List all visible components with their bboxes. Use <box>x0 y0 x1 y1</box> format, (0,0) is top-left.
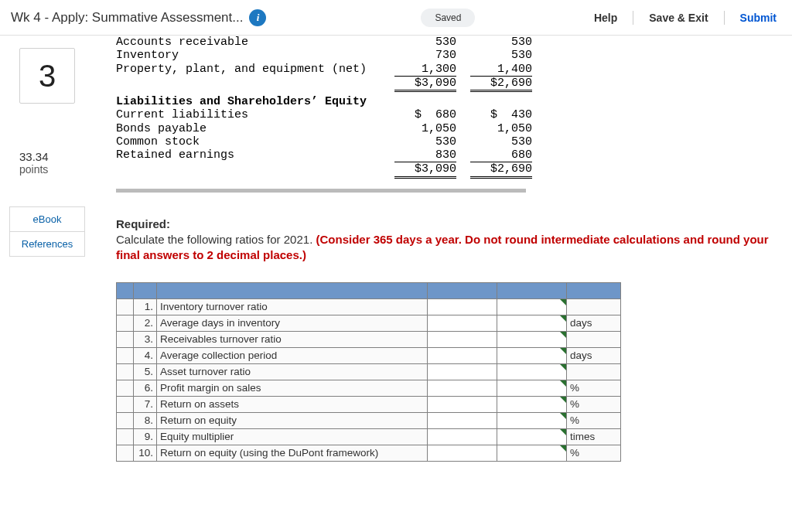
table-row: 5.Asset turnover ratio <box>117 363 621 380</box>
row-unit: days <box>567 315 621 331</box>
divider <box>633 11 633 25</box>
points-label: points <box>19 163 75 176</box>
value-input-2[interactable] <box>497 315 567 331</box>
main-content: Accounts receivable 530 530Inventory 730… <box>94 36 792 477</box>
table-header-row <box>117 282 621 298</box>
sidebar: 3 33.34 points eBook References <box>0 36 94 477</box>
row-number: 8. <box>134 412 157 428</box>
table-row: 2.Average days in inventorydays <box>117 315 621 331</box>
row-number: 1. <box>134 298 157 315</box>
input-flag-icon <box>560 299 566 305</box>
row-number: 7. <box>134 396 157 412</box>
value-input-2[interactable] <box>497 380 567 396</box>
value-input-1[interactable] <box>428 396 497 412</box>
info-icon[interactable]: i <box>249 9 266 26</box>
table-row: 7.Return on assets% <box>117 396 621 412</box>
row-number: 5. <box>134 363 157 380</box>
value-input-2[interactable] <box>497 363 567 380</box>
table-row: 9.Equity multipliertimes <box>117 428 621 445</box>
ebook-link[interactable]: eBook <box>9 206 85 232</box>
value-input-1[interactable] <box>428 380 497 396</box>
input-flag-icon <box>560 348 566 354</box>
row-unit: % <box>567 380 621 396</box>
save-exit-button[interactable]: Save & Exit <box>644 9 712 27</box>
value-input-1[interactable] <box>428 445 497 461</box>
row-label: Return on equity <box>157 412 428 428</box>
required-block: Required: Calculate the following ratios… <box>116 217 784 264</box>
row-unit <box>567 363 621 380</box>
row-label: Average days in inventory <box>157 315 428 331</box>
row-unit: % <box>567 412 621 428</box>
value-input-1[interactable] <box>428 347 497 363</box>
input-flag-icon <box>560 315 566 322</box>
input-flag-icon <box>560 364 566 370</box>
value-input-1[interactable] <box>428 331 497 347</box>
row-label: Equity multiplier <box>157 428 428 445</box>
table-row: 6.Profit margin on sales% <box>117 380 621 396</box>
row-unit <box>567 298 621 315</box>
row-unit: times <box>567 428 621 445</box>
value-input-2[interactable] <box>497 396 567 412</box>
question-number-box: 3 <box>19 48 75 104</box>
assignment-title: Wk 4 - Apply: Summative Assessment... <box>11 10 243 26</box>
answer-table: 1.Inventory turnover ratio2.Average days… <box>116 282 621 462</box>
row-number: 6. <box>134 380 157 396</box>
value-input-1[interactable] <box>428 298 497 315</box>
value-input-1[interactable] <box>428 363 497 380</box>
input-flag-icon <box>560 332 566 338</box>
value-input-2[interactable] <box>497 445 567 461</box>
value-input-2[interactable] <box>497 331 567 347</box>
row-number: 10. <box>134 445 157 461</box>
row-label: Inventory turnover ratio <box>157 298 428 315</box>
value-input-1[interactable] <box>428 315 497 331</box>
row-label: Receivables turnover ratio <box>157 331 428 347</box>
divider <box>724 11 725 25</box>
row-label: Return on equity (using the DuPont frame… <box>157 445 428 461</box>
saved-indicator: Saved <box>421 9 475 27</box>
row-label: Profit margin on sales <box>157 380 428 396</box>
row-unit <box>567 331 621 347</box>
required-text: Calculate the following ratios for 2021. <box>116 233 316 246</box>
input-flag-icon <box>560 397 566 403</box>
input-flag-icon <box>560 429 566 435</box>
value-input-2[interactable] <box>497 428 567 445</box>
value-input-2[interactable] <box>497 412 567 428</box>
points-block: 33.34 points <box>19 150 75 176</box>
row-number: 4. <box>134 347 157 363</box>
top-bar: Wk 4 - Apply: Summative Assessment... i … <box>0 0 792 36</box>
input-flag-icon <box>560 445 566 452</box>
table-row: 10.Return on equity (using the DuPont fr… <box>117 445 621 461</box>
balance-sheet: Accounts receivable 530 530Inventory 730… <box>116 36 784 196</box>
input-flag-icon <box>560 380 566 387</box>
required-heading: Required: <box>116 217 170 230</box>
submit-button[interactable]: Submit <box>736 9 781 27</box>
help-button[interactable]: Help <box>589 9 622 27</box>
row-label: Return on assets <box>157 396 428 412</box>
value-input-2[interactable] <box>497 298 567 315</box>
row-unit: days <box>567 347 621 363</box>
row-label: Average collection period <box>157 347 428 363</box>
row-number: 3. <box>134 331 157 347</box>
table-row: 3.Receivables turnover ratio <box>117 331 621 347</box>
row-unit: % <box>567 396 621 412</box>
input-flag-icon <box>560 413 566 419</box>
resource-links: eBook References <box>0 206 94 257</box>
points-value: 33.34 <box>19 150 75 163</box>
value-input-1[interactable] <box>428 428 497 445</box>
table-row: 4.Average collection perioddays <box>117 347 621 363</box>
row-label: Asset turnover ratio <box>157 363 428 380</box>
value-input-1[interactable] <box>428 412 497 428</box>
row-unit: % <box>567 445 621 461</box>
row-number: 2. <box>134 315 157 331</box>
table-row: 1.Inventory turnover ratio <box>117 298 621 315</box>
row-number: 9. <box>134 428 157 445</box>
top-actions: Help Save & Exit Submit <box>589 9 781 27</box>
table-row: 8.Return on equity% <box>117 412 621 428</box>
references-link[interactable]: References <box>9 232 85 257</box>
value-input-2[interactable] <box>497 347 567 363</box>
